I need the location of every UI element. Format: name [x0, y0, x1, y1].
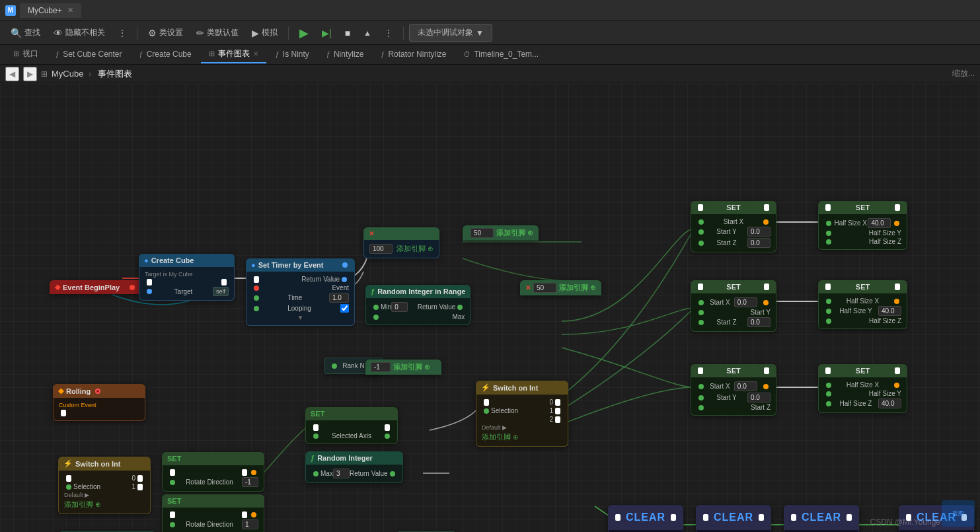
exec-out[interactable]	[242, 512, 247, 518]
set-rotate-dir-neg-node[interactable]: SET Rotate Direction	[162, 452, 264, 492]
value-input[interactable]	[369, 244, 393, 254]
step-button[interactable]: ▶|	[317, 26, 337, 40]
result-pin[interactable]	[251, 512, 256, 517]
event-pin[interactable]	[254, 285, 259, 291]
app-tab[interactable]: MyCube+ ✕	[20, 3, 81, 18]
halfsizex-pin[interactable]	[826, 221, 831, 226]
startx-pin[interactable]	[698, 219, 704, 225]
looping-checkbox[interactable]	[340, 304, 349, 313]
return-val-pin[interactable]	[342, 277, 347, 282]
exec-in[interactable]	[703, 514, 708, 521]
set-start-xyz-1-node[interactable]: SET Start X Start Y Start Z	[691, 201, 776, 252]
axis-out-pin[interactable]	[385, 434, 390, 439]
startx-input[interactable]	[734, 381, 757, 391]
exec-in[interactable]	[313, 424, 319, 431]
class-settings-button[interactable]: ⚙ 类设置	[143, 25, 188, 40]
exec-in[interactable]	[698, 204, 703, 211]
exec-out[interactable]	[895, 367, 900, 374]
starty-pin[interactable]	[698, 310, 704, 315]
create-cube-node[interactable]: ● Create Cube Target is My Cube Target s…	[139, 254, 235, 301]
set-selected-axis-node[interactable]: SET Selected Axis	[305, 407, 398, 444]
add-pin-button[interactable]: 添加引脚 ⊕	[482, 432, 519, 442]
stop-button[interactable]: ■	[340, 26, 356, 40]
exec-in[interactable]	[170, 469, 175, 476]
exec-out-pin[interactable]	[130, 285, 135, 290]
min-input[interactable]	[391, 302, 408, 312]
halfsizez-pin[interactable]	[826, 401, 831, 406]
startz-pin[interactable]	[698, 320, 704, 325]
exec-in[interactable]	[825, 204, 831, 211]
add-pin-button[interactable]: 添加引脚 ⊕	[393, 362, 430, 372]
starty-input[interactable]	[747, 227, 771, 237]
result-pin[interactable]	[251, 470, 256, 475]
tab-rotator-nintylize[interactable]: ƒ Rotator Nintylize	[373, 47, 454, 63]
halfsizez-input[interactable]	[878, 399, 901, 408]
out-pin[interactable]	[894, 221, 899, 226]
dir-input[interactable]	[242, 477, 258, 487]
startx-pin[interactable]	[698, 300, 704, 305]
set-timer-node[interactable]: ● Set Timer by Event Return Value Event …	[246, 258, 355, 326]
return-pin[interactable]	[457, 305, 463, 310]
exec-in[interactable]	[615, 514, 621, 521]
startz-input[interactable]	[747, 317, 771, 327]
play-button[interactable]: ▶	[294, 24, 314, 42]
exec-out[interactable]	[764, 284, 769, 290]
time-input[interactable]	[329, 293, 349, 303]
rolling-event-node[interactable]: ◆ Rolling Custom Event	[53, 384, 145, 421]
value-input[interactable]	[371, 362, 391, 372]
class-defaults-button[interactable]: ✏ 类默认值	[191, 25, 244, 40]
exec-out[interactable]	[61, 410, 66, 416]
startx-input[interactable]	[734, 297, 757, 307]
tab-close[interactable]: ✕	[67, 6, 73, 15]
min-pin[interactable]	[373, 305, 379, 310]
out-pin[interactable]	[763, 384, 769, 389]
random-int-range-node[interactable]: ƒ Random Integer in Range Min Return Val…	[365, 285, 471, 325]
event-pin[interactable]	[95, 389, 100, 394]
exec-in[interactable]	[825, 284, 831, 290]
out-pin[interactable]	[894, 383, 899, 388]
exec-out-2[interactable]	[555, 416, 560, 423]
out-pin[interactable]	[763, 300, 769, 305]
add-pin-button[interactable]: 添加引脚 ⊕	[496, 228, 533, 238]
halfsizez-pin[interactable]	[826, 319, 831, 324]
startz-pin[interactable]	[698, 241, 704, 246]
exec-out[interactable]	[759, 514, 764, 521]
exec-in[interactable]	[698, 367, 703, 374]
exec-in[interactable]	[254, 276, 259, 283]
tab-timeline[interactable]: ⏱ Timeline_0_Tem...	[455, 47, 547, 63]
tab-set-cube-center[interactable]: ƒ Set Cube Center	[48, 47, 130, 63]
exec-in[interactable]	[484, 399, 489, 406]
set-start-xyz-3-node[interactable]: SET Start X Start Y Start Z	[691, 364, 776, 416]
add-pin-node-3[interactable]: ✕ 添加引脚 ⊕	[520, 280, 601, 295]
starty-pin[interactable]	[698, 395, 704, 400]
search-button[interactable]: 🔍 查找	[5, 25, 46, 40]
starty-input[interactable]	[747, 393, 771, 402]
axis-pin[interactable]	[313, 434, 319, 439]
hide-unrelated-button[interactable]: 👁 隐藏不相关	[48, 25, 110, 40]
set-half-size-2-node[interactable]: SET Half Size X Half Size Y Half Size Z	[818, 280, 907, 329]
return-pin[interactable]	[342, 262, 348, 268]
simulate-button[interactable]: ▶ 模拟	[246, 25, 283, 40]
exec-in-pin[interactable]	[147, 279, 152, 285]
dir-input[interactable]	[242, 519, 258, 529]
clear-hit-component-node[interactable]: CLEAR Hit Component	[608, 505, 683, 532]
looping-pin[interactable]	[254, 306, 259, 311]
exec-out[interactable]	[847, 514, 852, 521]
dir-pin[interactable]	[170, 480, 175, 485]
tab-is-ninty[interactable]: ƒ Is Ninty	[268, 47, 317, 63]
halfsizey-pin[interactable]	[826, 391, 831, 397]
add-pin-button[interactable]: 添加引脚 ⊕	[559, 283, 596, 293]
exec-out-1[interactable]	[137, 484, 143, 490]
more-button2[interactable]: ⋮	[379, 26, 398, 40]
exec-out-pin[interactable]	[221, 279, 227, 285]
halfsizex-pin[interactable]	[826, 299, 831, 304]
starty-pin[interactable]	[698, 229, 704, 235]
add-pin-node-4[interactable]: 添加引脚 ⊕	[365, 360, 441, 375]
set-half-size-1-node[interactable]: SET Half Size X Half Size Y Half Size Z	[818, 201, 907, 250]
set-rotate-dir-pos-node[interactable]: SET Rotate Direction	[162, 494, 264, 532]
exec-out[interactable]	[385, 424, 390, 431]
clear-current-rotator-node[interactable]: CLEAR Current Rotator	[696, 505, 771, 532]
rank-pin-in[interactable]	[332, 363, 337, 369]
forward-button[interactable]: ▶	[23, 67, 37, 81]
switch-on-int-2-node[interactable]: ⚡ Switch on Int 0 Selection 1 2 Default …	[476, 381, 568, 447]
